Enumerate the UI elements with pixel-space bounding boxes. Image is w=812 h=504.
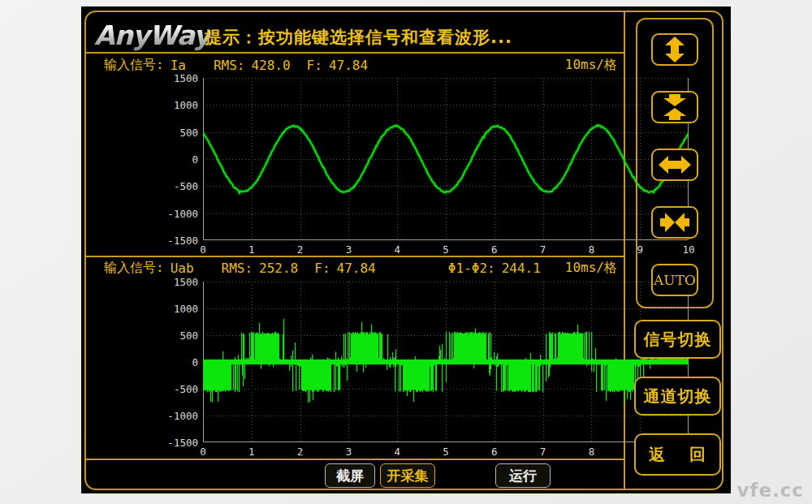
y-axis-tick-label: -500	[156, 180, 198, 192]
channel2-plot: 150010005000-500-1000-1500012345678910	[203, 282, 689, 442]
channel1-input-label: 输入信号:	[104, 57, 164, 74]
x-axis-tick-label: 0	[193, 446, 213, 458]
channel2-rms-label: RMS:	[222, 261, 253, 276]
signal-switch-button[interactable]: 信号切换	[634, 320, 721, 359]
footer-divider	[85, 459, 624, 460]
screenshot-button[interactable]: 截屏	[325, 463, 375, 488]
back-button[interactable]: 返 回	[634, 433, 721, 476]
x-axis-tick-label: 5	[436, 243, 456, 256]
y-axis-tick-label: 0	[156, 356, 198, 368]
y-axis-tick-label: -1500	[156, 235, 198, 247]
channel-switch-button[interactable]: 通道切换	[634, 377, 721, 416]
y-axis-tick-label: 500	[156, 126, 198, 138]
x-axis-tick-label: 2	[291, 243, 310, 256]
x-axis-tick-label: 4	[387, 446, 407, 458]
channel2-freq-value: 47.84	[337, 261, 376, 276]
y-axis-tick-label: 1000	[156, 303, 198, 315]
y-axis-tick-label: -500	[156, 383, 198, 395]
y-axis-tick-label: 1500	[156, 72, 198, 84]
x-axis-tick-label: 3	[339, 243, 358, 256]
watermark: vfe.cc	[736, 480, 804, 501]
channel2-input-label: 输入信号:	[104, 260, 164, 277]
channel2-phase-value: 244.1	[502, 261, 541, 276]
y-axis-tick-label: -1000	[156, 207, 198, 219]
x-axis-tick-label: 6	[485, 243, 504, 256]
channel1-rms-value: 428.0	[251, 58, 290, 73]
channel1-freq-label: F:	[307, 58, 322, 73]
x-axis-tick-label: 7	[533, 243, 553, 256]
page-background: AnyWay 提示：按功能键选择信号和查看波形... 输入信号: Ia RMS:…	[0, 0, 812, 504]
brand-logo: AnyWay	[94, 19, 210, 51]
back-button-label-right: 回	[689, 444, 706, 466]
x-axis-tick-label: 8	[581, 446, 601, 458]
y-axis-tick-label: -1500	[156, 437, 198, 449]
expand-vertical-button[interactable]	[651, 33, 698, 66]
x-axis-tick-label: 1	[242, 243, 261, 256]
x-axis-tick-label: 6	[485, 446, 504, 458]
collapse-horizontal-icon	[659, 209, 691, 235]
channel1-rms-label: RMS:	[214, 58, 245, 73]
x-axis-tick-label: 0	[193, 243, 213, 256]
channel2-waveform-canvas	[203, 282, 689, 442]
x-axis-tick-label: 8	[581, 243, 601, 256]
status-prompt: 提示：按功能键选择信号和查看波形...	[205, 26, 512, 49]
y-axis-tick-label: -1000	[156, 410, 198, 422]
expand-horizontal-button[interactable]	[651, 149, 698, 181]
channel1-signal-name: Ia	[171, 58, 186, 73]
y-axis-tick-label: 500	[156, 330, 198, 342]
collapse-vertical-icon	[659, 94, 691, 120]
x-axis-tick-label: 2	[291, 446, 310, 458]
channel2-signal-name: Uab	[171, 261, 194, 276]
channel-divider	[85, 256, 624, 257]
channel1-freq-value: 47.84	[329, 58, 368, 73]
collapse-vertical-button[interactable]	[651, 91, 698, 123]
channel2-info-row: 输入信号: Uab RMS: 252.8 F: 47.84 Φ1-Φ2: 244…	[104, 260, 617, 276]
channel2-freq-label: F:	[314, 261, 330, 276]
back-button-label-left: 返	[649, 444, 666, 466]
channel1-info-row: 输入信号: Ia RMS: 428.0 F: 47.84 10ms/格	[104, 57, 617, 73]
channel1-waveform-canvas	[203, 78, 689, 240]
x-axis-tick-label: 5	[436, 446, 456, 458]
channel2-phase-label: Φ1-Φ2:	[448, 261, 495, 276]
header-divider	[85, 52, 624, 54]
channel2-timebase: 10ms/格	[565, 260, 617, 277]
channel2-rms-value: 252.8	[259, 261, 298, 276]
expand-horizontal-icon	[659, 152, 691, 178]
y-axis-tick-label: 1500	[156, 276, 198, 288]
x-axis-tick-label: 4	[387, 243, 407, 256]
collapse-horizontal-button[interactable]	[651, 206, 698, 239]
analyzer-screen: AnyWay 提示：按功能键选择信号和查看波形... 输入信号: Ia RMS:…	[81, 6, 731, 493]
x-axis-tick-label: 7	[533, 446, 553, 458]
x-axis-tick-label: 1	[242, 446, 261, 458]
y-axis-tick-label: 0	[156, 153, 198, 166]
x-axis-tick-label: 3	[339, 446, 358, 458]
expand-vertical-icon	[659, 37, 691, 62]
channel1-plot: 150010005000-500-1000-1500012345678910	[203, 78, 689, 240]
start-acquisition-button[interactable]: 开采集	[380, 463, 435, 488]
channel1-timebase: 10ms/格	[565, 57, 617, 74]
auto-button[interactable]: AUTO	[651, 264, 698, 296]
y-axis-tick-label: 1000	[156, 99, 198, 111]
run-button[interactable]: 运行	[495, 463, 551, 488]
